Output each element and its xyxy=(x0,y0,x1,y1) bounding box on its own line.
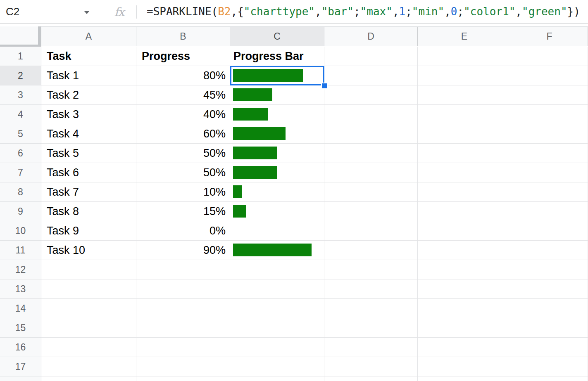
cell-E4[interactable] xyxy=(418,105,511,124)
cell-A3[interactable]: Task 2 xyxy=(41,85,136,105)
cell-A1[interactable]: Task xyxy=(41,47,136,66)
cell-D17[interactable] xyxy=(324,357,418,376)
cell-C13[interactable] xyxy=(230,279,324,299)
cell-B6[interactable]: 50% xyxy=(136,144,230,163)
select-all-corner[interactable] xyxy=(0,26,41,47)
cell-D13[interactable] xyxy=(324,279,418,299)
cell-C15[interactable] xyxy=(230,318,324,338)
row-header-12[interactable]: 12 xyxy=(0,260,41,279)
cell-C17[interactable] xyxy=(230,357,324,376)
cell-A16[interactable] xyxy=(41,338,136,357)
cell-C4[interactable] xyxy=(230,105,324,124)
cell-C7[interactable] xyxy=(230,163,324,182)
cell-F16[interactable] xyxy=(511,338,588,357)
cell-C8[interactable] xyxy=(230,182,324,202)
cell-C16[interactable] xyxy=(230,338,324,357)
cell-F14[interactable] xyxy=(511,299,588,318)
cell-D10[interactable] xyxy=(324,221,418,241)
cell-E16[interactable] xyxy=(418,338,511,357)
cell-D8[interactable] xyxy=(324,182,418,202)
row-header-6[interactable]: 6 xyxy=(0,144,41,163)
cell-E3[interactable] xyxy=(418,85,511,105)
row-header-3[interactable]: 3 xyxy=(0,85,41,105)
cell-A2[interactable]: Task 1 xyxy=(41,66,136,85)
cell-A18[interactable] xyxy=(41,376,136,381)
cell-B7[interactable]: 50% xyxy=(136,163,230,182)
cell-F18[interactable] xyxy=(511,376,588,381)
cell-A7[interactable]: Task 6 xyxy=(41,163,136,182)
row-header-2[interactable]: 2 xyxy=(0,66,41,85)
cell-A9[interactable]: Task 8 xyxy=(41,202,136,221)
column-header-A[interactable]: A xyxy=(41,27,136,46)
cell-F8[interactable] xyxy=(511,182,588,202)
cell-D7[interactable] xyxy=(324,163,418,182)
row-header-8[interactable]: 8 xyxy=(0,182,41,202)
cell-B15[interactable] xyxy=(136,318,230,338)
cell-E5[interactable] xyxy=(418,124,511,144)
cell-F1[interactable] xyxy=(511,47,588,66)
cell-D15[interactable] xyxy=(324,318,418,338)
cell-B18[interactable] xyxy=(136,376,230,381)
cell-C12[interactable] xyxy=(230,260,324,279)
cell-D12[interactable] xyxy=(324,260,418,279)
cell-D4[interactable] xyxy=(324,105,418,124)
column-header-F[interactable]: F xyxy=(511,27,588,46)
cell-F15[interactable] xyxy=(511,318,588,338)
row-header-10[interactable]: 10 xyxy=(0,221,41,241)
row-header-13[interactable]: 13 xyxy=(0,279,41,299)
cell-F3[interactable] xyxy=(511,85,588,105)
cell-D1[interactable] xyxy=(324,47,418,66)
cell-F10[interactable] xyxy=(511,221,588,241)
cell-A15[interactable] xyxy=(41,318,136,338)
cell-F5[interactable] xyxy=(511,124,588,144)
row-header-15[interactable]: 15 xyxy=(0,318,41,338)
cell-B2[interactable]: 80% xyxy=(136,66,230,85)
row-header-4[interactable]: 4 xyxy=(0,105,41,124)
cell-F13[interactable] xyxy=(511,279,588,299)
formula-input[interactable]: =SPARKLINE(B2,{"charttype","bar";"max",1… xyxy=(147,0,580,23)
cell-B5[interactable]: 60% xyxy=(136,124,230,144)
cell-A6[interactable]: Task 5 xyxy=(41,144,136,163)
cell-E9[interactable] xyxy=(418,202,511,221)
cell-C10[interactable] xyxy=(230,221,324,241)
cell-C18[interactable] xyxy=(230,376,324,381)
cell-E11[interactable] xyxy=(418,241,511,260)
row-header-16[interactable]: 16 xyxy=(0,338,41,357)
column-header-B[interactable]: B xyxy=(136,27,230,46)
cell-F2[interactable] xyxy=(511,66,588,85)
cell-B10[interactable]: 0% xyxy=(136,221,230,241)
cell-F7[interactable] xyxy=(511,163,588,182)
cell-C2[interactable] xyxy=(230,66,324,85)
cell-A17[interactable] xyxy=(41,357,136,376)
cell-D2[interactable] xyxy=(324,66,418,85)
cell-D18[interactable] xyxy=(324,376,418,381)
cell-D14[interactable] xyxy=(324,299,418,318)
cell-C5[interactable] xyxy=(230,124,324,144)
cell-A8[interactable]: Task 7 xyxy=(41,182,136,202)
cell-B4[interactable]: 40% xyxy=(136,105,230,124)
cell-E13[interactable] xyxy=(418,279,511,299)
cell-D6[interactable] xyxy=(324,144,418,163)
row-header-14[interactable]: 14 xyxy=(0,299,41,318)
cell-F6[interactable] xyxy=(511,144,588,163)
name-box[interactable]: C2 xyxy=(0,0,96,23)
cell-A10[interactable]: Task 9 xyxy=(41,221,136,241)
cell-F12[interactable] xyxy=(511,260,588,279)
cell-C6[interactable] xyxy=(230,144,324,163)
cell-E10[interactable] xyxy=(418,221,511,241)
cell-B1[interactable]: Progress xyxy=(136,47,230,66)
cell-E18[interactable] xyxy=(418,376,511,381)
column-header-D[interactable]: D xyxy=(324,27,418,46)
cell-A12[interactable] xyxy=(41,260,136,279)
cell-B12[interactable] xyxy=(136,260,230,279)
cell-B13[interactable] xyxy=(136,279,230,299)
cell-A13[interactable] xyxy=(41,279,136,299)
cell-B17[interactable] xyxy=(136,357,230,376)
row-header-11[interactable]: 11 xyxy=(0,241,41,260)
cell-E7[interactable] xyxy=(418,163,511,182)
cell-E14[interactable] xyxy=(418,299,511,318)
cell-E1[interactable] xyxy=(418,47,511,66)
column-header-C[interactable]: C xyxy=(230,27,324,46)
cell-D9[interactable] xyxy=(324,202,418,221)
cell-B3[interactable]: 45% xyxy=(136,85,230,105)
